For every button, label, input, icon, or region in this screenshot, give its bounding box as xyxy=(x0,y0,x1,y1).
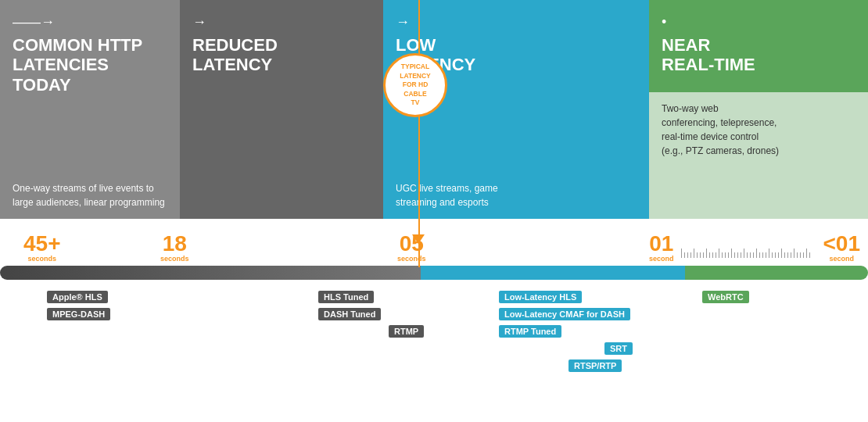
section-reduced: → REDUCEDLATENCY xyxy=(180,0,383,219)
timeline-ticks-svg xyxy=(0,255,868,266)
bubble: TYPICALLATENCYFOR HDCABLETV xyxy=(383,53,447,117)
progress-gray xyxy=(0,266,421,280)
protocol-ll-hls: Low-Latency HLS xyxy=(499,291,582,303)
orange-arrow xyxy=(412,234,425,244)
protocol-apple-hls: Apple® HLS xyxy=(47,291,108,303)
progress-bar xyxy=(0,266,868,280)
time-45-value: 45+ xyxy=(23,233,61,255)
common-title: COMMON HTTPLATENCIES TODAY xyxy=(13,35,167,95)
time-lt01-value: <01 xyxy=(823,233,861,255)
section-near: • NEARREAL-TIME Two-way webconferencing,… xyxy=(649,0,868,219)
protocol-mpeg-dash: MPEG-DASH xyxy=(47,308,110,320)
reduced-arrow: → xyxy=(192,14,371,30)
orange-vertical-line xyxy=(418,0,420,267)
near-desc: Two-way webconferencing, telepresence,re… xyxy=(662,102,855,158)
reduced-title: REDUCEDLATENCY xyxy=(192,35,371,75)
protocol-ll-cmaf: Low-Latency CMAF for DASH xyxy=(499,308,630,320)
protocol-rtmp: RTMP xyxy=(389,325,424,338)
low-desc: UGC live streams, gamestreaming and espo… xyxy=(396,181,637,209)
time-18-value: 18 xyxy=(163,233,187,255)
protocol-srt: SRT xyxy=(604,342,633,355)
protocol-rtmp-tuned: RTMP Tuned xyxy=(499,325,561,338)
progress-green xyxy=(685,266,868,280)
time-01-value: 01 xyxy=(649,233,673,255)
common-desc: One-way streams of live events to large … xyxy=(13,181,167,209)
timeline-row: 45+ seconds 18 seconds 05 seconds 01 sec… xyxy=(0,219,868,266)
protocols-area: Apple® HLS MPEG-DASH HLS Tuned DASH Tune… xyxy=(0,280,868,422)
common-arrow: ——→ xyxy=(13,14,167,30)
progress-blue xyxy=(421,266,685,280)
near-title: NEARREAL-TIME xyxy=(662,35,855,75)
near-arrow: • xyxy=(662,14,855,30)
section-common: ——→ COMMON HTTPLATENCIES TODAY One-way s… xyxy=(0,0,180,219)
bubble-container: TYPICALLATENCYFOR HDCABLETV xyxy=(383,53,447,117)
protocol-dash-tuned: DASH Tuned xyxy=(318,308,381,320)
protocol-webrtc: WebRTC xyxy=(702,291,749,303)
protocol-hls-tuned: HLS Tuned xyxy=(318,291,374,303)
low-arrow: → xyxy=(396,14,637,30)
protocol-rtsp-rtp: RTSP/RTP xyxy=(569,359,622,372)
